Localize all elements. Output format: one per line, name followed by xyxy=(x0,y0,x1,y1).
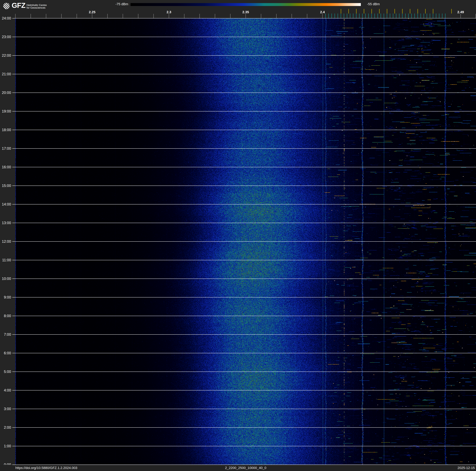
ble-channel-tick xyxy=(359,14,359,18)
wifi-channel-tick xyxy=(341,9,341,14)
ble-channel-tick xyxy=(393,14,393,18)
time-label: 11:00 xyxy=(0,258,11,262)
freq-tick-minor xyxy=(276,14,276,18)
hour-gridline xyxy=(12,111,476,111)
freq-tick-minor xyxy=(246,14,246,18)
ble-channel-tick xyxy=(374,14,375,18)
time-label: 10:00 xyxy=(0,277,11,281)
ble-channel-tick xyxy=(350,14,350,18)
date-label: 2025-12-15 xyxy=(458,466,475,470)
hour-gridline xyxy=(12,260,476,260)
freq-tick-minor xyxy=(322,14,323,18)
wifi-channel-tick xyxy=(425,9,426,14)
time-label: 18:00 xyxy=(0,128,11,132)
hour-gridline xyxy=(12,185,476,186)
freq-axis-label: 2.35 xyxy=(242,10,249,14)
ble-channel-tick xyxy=(378,14,378,18)
time-label: 16:00 xyxy=(0,165,11,169)
time-label: 5:00 xyxy=(0,370,11,374)
hour-gridline xyxy=(12,92,476,93)
ble-channel-tick xyxy=(387,14,387,18)
ble-channel-tick xyxy=(396,14,396,18)
ble-channel-tick xyxy=(344,14,344,18)
ble-channel-tick xyxy=(325,14,326,18)
freq-tick-minor xyxy=(123,14,123,18)
hour-gridline xyxy=(12,74,476,74)
gfz-logo-icon xyxy=(3,3,10,9)
freq-tick-minor xyxy=(261,14,261,18)
freq-tick-minor xyxy=(200,14,200,18)
ble-channel-tick xyxy=(356,14,357,18)
freq-tick-minor xyxy=(215,14,215,18)
ble-channel-tick xyxy=(439,14,439,18)
time-label: 15:00 xyxy=(0,184,11,188)
hour-gridline xyxy=(12,204,476,204)
time-label: 17:00 xyxy=(0,146,11,150)
time-label: 22:00 xyxy=(0,54,11,57)
hour-gridline xyxy=(12,446,476,446)
time-label: 2:00 xyxy=(0,425,11,430)
time-label: 13:00 xyxy=(0,221,11,225)
time-label: 6:00 xyxy=(0,351,11,355)
ble-channel-tick xyxy=(332,14,332,18)
ble-channel-tick xyxy=(368,14,369,18)
time-label: 20:00 xyxy=(0,91,11,95)
freq-tick-minor xyxy=(31,14,31,18)
freq-tick-minor xyxy=(169,14,169,18)
ble-channel-tick xyxy=(433,14,433,18)
freq-axis-label: 2.3 xyxy=(167,10,171,14)
ble-channel-tick xyxy=(421,14,421,18)
wifi-channel-tick xyxy=(379,9,380,14)
colorbar-min-label: -75 dBm xyxy=(116,2,128,6)
wifi-channel-tick xyxy=(418,9,418,14)
brand-subtitle-line2: for Geosciences xyxy=(27,6,47,9)
hour-gridline xyxy=(12,130,476,130)
time-label: 12:00 xyxy=(0,239,11,243)
ble-channel-tick xyxy=(405,14,406,18)
hour-gridline xyxy=(12,55,476,56)
wifi-channel-tick xyxy=(433,9,433,14)
wifi-channel-tick xyxy=(394,9,395,14)
freq-tick-minor xyxy=(92,14,92,18)
hour-gridline xyxy=(12,241,476,242)
time-label: 4:00 xyxy=(0,388,11,392)
freq-tick-minor xyxy=(307,14,307,18)
wifi-channel-tick xyxy=(402,9,403,14)
colorbar-max-label: -55 dBm xyxy=(367,2,380,6)
freq-tick-minor xyxy=(153,14,154,18)
ble-channel-tick xyxy=(362,14,362,18)
hour-gridline xyxy=(12,223,476,223)
ble-channel-tick xyxy=(353,14,353,18)
ble-channel-tick xyxy=(328,14,329,18)
ble-channel-tick xyxy=(427,14,427,18)
freq-tick-minor xyxy=(107,14,108,18)
hour-gridline xyxy=(12,167,476,167)
brand-name: GFZ xyxy=(12,2,25,9)
hour-gridline xyxy=(12,297,476,297)
ble-channel-tick xyxy=(414,14,415,18)
wifi-channel-tick xyxy=(372,9,372,14)
hour-gridline xyxy=(12,409,476,409)
hour-gridline xyxy=(12,18,476,18)
time-label: 14:00 xyxy=(0,202,11,206)
ble-channel-tick xyxy=(365,14,366,18)
time-label: 7:00 xyxy=(0,332,11,337)
freq-tick-minor xyxy=(460,14,461,18)
hour-gridline xyxy=(12,372,476,372)
hour-gridline xyxy=(12,316,476,316)
freq-tick-minor xyxy=(292,14,292,18)
time-label: 1:00 xyxy=(0,444,11,448)
ble-channel-tick xyxy=(399,14,399,18)
ble-channel-tick xyxy=(384,14,384,18)
ble-channel-tick xyxy=(341,14,341,18)
wifi-channel-tick xyxy=(387,9,387,14)
freq-tick-minor xyxy=(61,14,62,18)
ble-channel-tick xyxy=(335,14,335,18)
freq-tick-minor xyxy=(184,14,184,18)
ble-channel-tick xyxy=(436,14,436,18)
hour-gridline xyxy=(12,37,476,37)
spectrogram-page: GFZ Helmholtz Centre for Geosciences -75… xyxy=(0,0,476,471)
brand-subtitle-line1: Helmholtz Centre xyxy=(27,4,47,6)
wifi-channel-tick xyxy=(410,9,410,14)
freq-tick-minor xyxy=(46,14,46,18)
